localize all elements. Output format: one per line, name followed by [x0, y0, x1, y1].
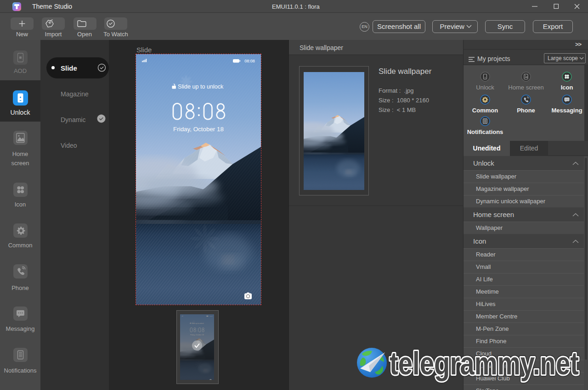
- svg-text:telegrammy.net: telegrammy.net: [390, 345, 579, 381]
